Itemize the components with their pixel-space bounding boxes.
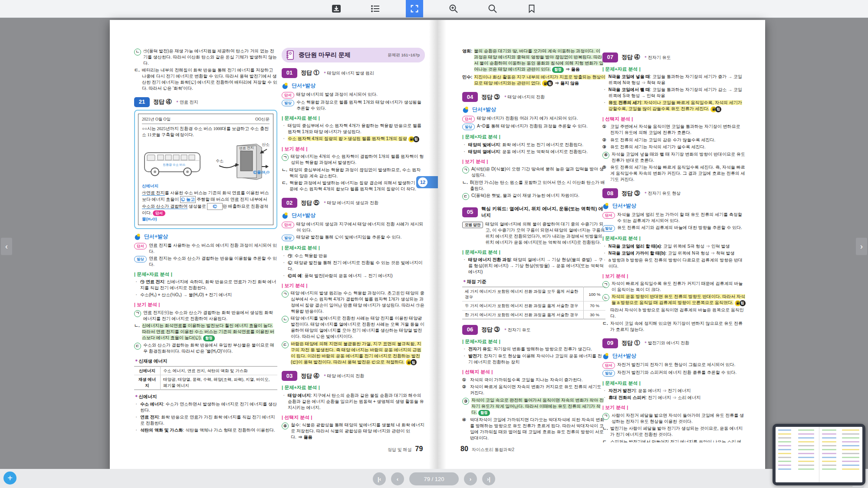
chevron-right-icon: ›: [470, 476, 471, 482]
body-text: : 석탄을 액체나 가스 형태로 전환하여 이용한다.: [183, 428, 275, 432]
fullscreen-icon[interactable]: [406, 0, 423, 17]
zoom-in-icon[interactable]: [445, 0, 462, 17]
thumbnail-content-line: [778, 437, 791, 439]
bullet-text: 휴대 전화의 스피커: 전기 에너지 ⇒ 소리 에너지: [608, 395, 700, 401]
next-page-edge-arrow[interactable]: ›: [856, 238, 867, 255]
choices-section-title: | 선택지 분석 |: [282, 414, 425, 421]
item-marker: ㄴ.: [134, 323, 140, 341]
bullet-text: ㉠: 수소 핵융합 반응: [288, 253, 327, 259]
item-body: 태양의 중심부에서는 핵융합 과정이 끊임없이 발생하므로, 수소 원자핵의 양…: [289, 167, 425, 179]
export-icon[interactable]: [328, 0, 345, 17]
paragraph-segment: ㉡ 높고: [180, 196, 196, 203]
bullet-item: ・N극을 코일에서 뺄 때: 코일을 통과하는 자기장의 세기가 감소 → 코일…: [602, 87, 746, 99]
bullet-item: ・태양 에너지 전환 과정: 태양의 열에너지 → 기상 현상(물의 증발) →…: [462, 257, 605, 275]
bullet-dot: ・: [282, 393, 286, 411]
previous-page-button[interactable]: ‹: [391, 472, 404, 485]
body-text: A(석탄)은 D(식물)이 오랜 기간 땅속에 묻혀 높은 열과 압력을 받아 …: [471, 167, 604, 177]
bullet-dot: ・: [602, 74, 607, 86]
answer-topic: 태양의 에너지 발생 원리: [323, 70, 374, 76]
bullet-item: ・유도 전류의 세기: 자석이나 코일을 빠르게 움직일수록, 자석의 세기가 …: [602, 100, 746, 112]
list-item: ㄷ바람은 태양에 의해 지면의 불균등한 가열, 지구 표면의 불규칙함, 지구…: [282, 341, 425, 365]
list-item: ④철수: 식물은 광합성을 통해 태양의 빛에너지를 생물체 내 화학 에너지로…: [282, 422, 425, 440]
body-text: 유도 전류의 세기는 자석을 빠르게 움직일수록 세진다. 즉, 자석을 빠르게…: [610, 165, 745, 182]
answer-heading: 04정답 ③태양 에너지의 전환: [462, 92, 605, 102]
answer-topic: 전자기 유도: [503, 327, 531, 333]
item-marker: ④: [602, 152, 609, 159]
idea-head-icon: [462, 106, 470, 113]
clue-idea-header: 단서+발상: [602, 202, 746, 210]
thumbnail-content-line: [822, 465, 836, 466]
body-text: B(천연 가스)는 탄소 원소를 포함하고 있어서 연소 시 이산화 탄소가 배…: [470, 180, 605, 191]
speaker-name: 영희:: [462, 48, 472, 73]
bullet-dot: ・: [462, 346, 467, 352]
last-page-button[interactable]: ›|: [482, 472, 495, 485]
page79-column-2: 중단원 마무리 문제문제편 161~167p01정답 ①태양의 에너지 발생 원…: [282, 47, 425, 442]
prev-page-edge-arrow[interactable]: ‹: [1, 238, 12, 255]
answer-topic: 태양 에너지의 전환: [503, 94, 545, 100]
first-page-button[interactable]: |‹: [373, 472, 386, 485]
trap-badge: 함정: [203, 335, 215, 341]
answer-topic: 전자기 유도 현상: [644, 190, 681, 197]
thumbnail-content-line: [778, 445, 791, 446]
list-item: ㄷC(풍력)은 햇빛, 물과 같이 재생 가능한 에너지 자원이다.: [462, 193, 605, 200]
question-number-badge: 04: [462, 92, 478, 102]
thumbnail-content-line: [798, 445, 814, 446]
thumbnail-content-line: [798, 453, 814, 454]
page-indicator[interactable]: 79 / 120: [409, 472, 459, 485]
scoring-table: 세 가지 에너지가 포함된 에너지 전환 과정을 모두 옳게 서술한 경우100…: [462, 287, 605, 319]
bullet-text: N극을 코일에 가까이 할 때(b): 코일 위쪽에 N극 형성 ⇒ 척력 발생: [608, 250, 735, 256]
thumbnail-content-line: [842, 437, 859, 439]
bullet-dot: ・: [462, 353, 467, 365]
preview-thumbnail[interactable]: [773, 424, 865, 485]
page-number-80: 80: [460, 445, 468, 453]
answer-label: 정답 ①: [621, 339, 640, 347]
trap-badge: 함정: [552, 67, 564, 73]
list-icon[interactable]: [367, 0, 384, 17]
chevron-left-icon: ‹: [5, 242, 8, 251]
list-item: ㄷ.배터리는 내부의 전해질이 화학 반응을 통해 전기 에너지를 저장하고 나…: [134, 67, 277, 92]
bullet-dot: ・: [134, 292, 138, 298]
clue-pill: 단서: [602, 212, 615, 219]
thumbnail-content-line: [822, 429, 836, 431]
chapter-tab-12[interactable]: 12: [416, 176, 438, 188]
table-cell: 수소 에너지, 연료 전지, 석탄의 액화 및 가스화: [161, 367, 278, 375]
body-text: 자석을 코일에 넣을 때와 뺄 때 자기장 변화의 방향이 반대이므로 유도 전…: [612, 152, 745, 163]
body-text: 태양의 중심부에서 수소 원자핵 4개가 융합하는 핵융합 반응으로 헬륨 원자…: [288, 123, 421, 134]
item-marker: ③: [462, 398, 469, 405]
body-text: 배터리는 내부의 전해질이 화학 반응을 통해 전기 에너지를 저장하고 나중에…: [142, 68, 277, 91]
item-body: 자석이 코일 속으로 완전히 들어가서 움직이면 자속의 변화가 작아 전자기 …: [471, 397, 605, 416]
next-page-button[interactable]: ›: [464, 472, 477, 485]
bullet-item: ・N극을 코일에 넣을 때: 코일을 통과하는 자기장의 세기가 증가 → 코일…: [602, 74, 746, 86]
body-text: 사람이 자전거 페달을 밟으면 자석이 돌아가며 코일에 유도 전류를 생성하는…: [612, 413, 744, 424]
item-marker: ㄱ: [134, 310, 141, 317]
idea-head-icon: [282, 82, 289, 89]
bullet-text: 수소 에너지: 수소가 연소하면서 발생하는 에너지로 전기 에너지를 생산한다…: [140, 401, 277, 413]
answer-heading: 01정답 ①태양의 에너지 발생 원리: [282, 68, 425, 78]
bullet-dot: ・: [462, 257, 467, 275]
note-title: 신재생 에너지: [134, 358, 277, 364]
item-marker: ㄷ: [282, 341, 289, 348]
analysis-section-title: | 문제+자료 분석 |: [462, 249, 605, 255]
item-body: 바람은 태양에 의해 지면의 불균등한 가열, 지구 표면의 불규칙함, 지구의…: [291, 341, 425, 365]
item-body: 수소와 산소가 결합하는 화학 반응에서 유일한 부산물은 물이므로 매우 환경…: [143, 342, 277, 354]
item-body: 사람이 자전거 페달을 밟으면 자석이 돌아가며 코일에 유도 전류를 생성하는…: [612, 413, 746, 425]
item-marker: ㄷ: [134, 343, 141, 350]
clue-pill: 단서: [462, 116, 475, 122]
body-text: 태양의 열에너지에 의해 물이 증발하여 대기 중의 수증기가 되고, 이 수증…: [485, 221, 605, 246]
thumbnail-page-right: [819, 427, 863, 482]
search-icon[interactable]: [484, 0, 501, 17]
table-row: 재생 에너지태양광, 태양열, 풍력, 수력, 해양(조력, 파력), 지열, …: [134, 375, 277, 390]
bookmark-icon[interactable]: [523, 0, 540, 17]
viewer-stage: ㄴ㉠(풍력 발전)은 재생 가능 에너지원을 제공하여 탄소가 거의 없는 전기…: [0, 0, 868, 488]
choices-section-title: | 선택지 분석 |: [462, 369, 605, 375]
add-button[interactable]: +: [3, 472, 16, 485]
bullet-lead: N극을 코일에 가까이 할 때(b): [608, 251, 665, 255]
scoring-row: 세 가지 에너지가 포함된 에너지 전환 과정을 모두 옳게 서술한 경우100…: [462, 287, 605, 301]
bullet-text: 유도 전류의 세기: 자석이나 코일을 빠르게 움직일수록, 자석의 세기가 강…: [608, 100, 746, 112]
bullet-lead: 발전기: [468, 354, 481, 358]
bullet-dot: ・: [602, 250, 607, 256]
item-marker: ㄱ: [282, 291, 289, 298]
list-item: ㄱ태양 에너지의 발생 원리는 수소 핵융합 과정이다. 초고온인 태양의 중심…: [282, 290, 425, 314]
idea-pill: 발상: [282, 235, 294, 241]
speaker-line: 민수:지진이나 화산 활동은 지구 내부의 에너지가 지표로 방출되는 현상이므…: [462, 74, 605, 86]
